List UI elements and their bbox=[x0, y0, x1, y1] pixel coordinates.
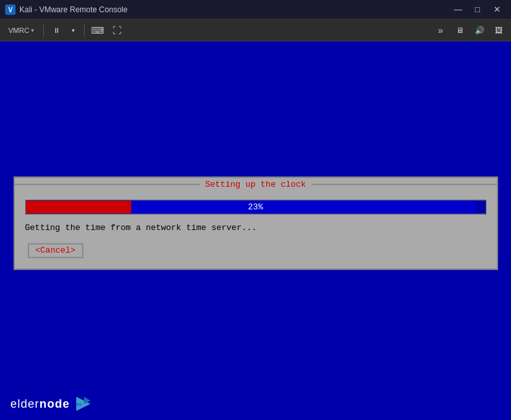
vmrc-dropdown-icon: ▾ bbox=[31, 27, 34, 34]
watermark: eldernode bbox=[10, 394, 93, 414]
app-icon: V bbox=[5, 5, 16, 15]
vm-display-area[interactable]: Setting up the clock 23% Getting the tim… bbox=[0, 41, 511, 420]
screenshot-button[interactable]: 🖼 bbox=[490, 22, 507, 39]
progress-bar-container: 23% bbox=[25, 200, 486, 214]
setup-clock-dialog: Setting up the clock 23% Getting the tim… bbox=[14, 176, 498, 269]
watermark-plain: elder bbox=[10, 397, 39, 410]
fit-guest-button[interactable]: ⛶ bbox=[109, 22, 125, 39]
dialog-message: Getting the time from a network time ser… bbox=[25, 223, 486, 233]
fit-icon: ⛶ bbox=[112, 25, 121, 36]
watermark-bold: node bbox=[39, 397, 70, 410]
vmrc-menu-button[interactable]: VMRC ▾ bbox=[4, 22, 39, 39]
dialog-title: Setting up the clock bbox=[200, 180, 311, 189]
more-options-button[interactable]: » bbox=[432, 22, 449, 39]
progress-label: 23% bbox=[248, 202, 263, 212]
minimize-button[interactable]: — bbox=[449, 3, 467, 17]
close-button[interactable]: ✕ bbox=[488, 3, 506, 17]
cancel-button[interactable]: <Cancel> bbox=[28, 243, 83, 258]
audio-button[interactable]: 🔊 bbox=[471, 22, 488, 39]
dialog-body: 23% Getting the time from a network time… bbox=[15, 191, 497, 268]
title-bar: V Kali - VMware Remote Console — □ ✕ bbox=[0, 0, 511, 19]
dialog-titlebar: Setting up the clock bbox=[15, 178, 497, 191]
toolbar-separator-2 bbox=[84, 24, 85, 37]
pause-dropdown-icon: ▾ bbox=[72, 27, 75, 34]
title-text: Kali - VMware Remote Console bbox=[19, 5, 127, 14]
keyboard-icon: ⌨ bbox=[91, 25, 104, 36]
watermark-text: eldernode bbox=[10, 397, 70, 411]
more-icon: » bbox=[438, 25, 443, 36]
screenshot-icon: 🖼 bbox=[495, 26, 503, 35]
vmrc-label: VMRC bbox=[8, 26, 29, 34]
pause-button[interactable]: ⏸ bbox=[48, 22, 65, 39]
maximize-button[interactable]: □ bbox=[468, 3, 486, 17]
pause-icon: ⏸ bbox=[53, 26, 60, 34]
toolbar-separator-1 bbox=[43, 24, 44, 37]
send-ctrlaltdel-button[interactable]: ⌨ bbox=[89, 22, 106, 39]
eldernode-logo bbox=[74, 394, 93, 414]
title-controls: — □ ✕ bbox=[449, 3, 506, 17]
svg-rect-4 bbox=[76, 403, 81, 406]
pause-dropdown-button[interactable]: ▾ bbox=[67, 22, 79, 39]
toolbar-right: » 🖥 🔊 🖼 bbox=[432, 22, 507, 39]
svg-text:V: V bbox=[8, 6, 13, 14]
audio-icon: 🔊 bbox=[475, 26, 485, 35]
toolbar: VMRC ▾ ⏸ ▾ ⌨ ⛶ » 🖥 🔊 🖼 bbox=[0, 19, 511, 41]
usb-icon: 🖥 bbox=[456, 26, 464, 35]
progress-bar-red bbox=[26, 200, 132, 213]
title-left: V Kali - VMware Remote Console bbox=[5, 5, 127, 15]
usb-button[interactable]: 🖥 bbox=[452, 22, 468, 39]
